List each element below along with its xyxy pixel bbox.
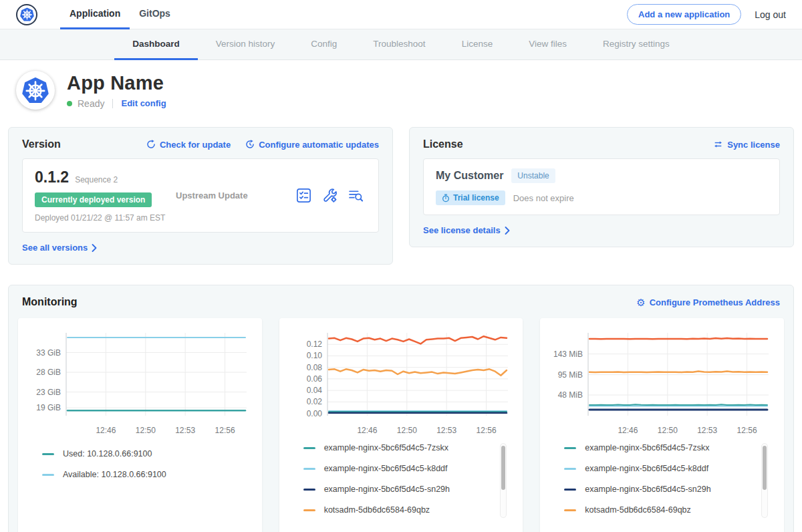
svg-text:12:46: 12:46	[618, 426, 638, 434]
gear-icon: ⚙	[636, 297, 645, 307]
legend-item: example-nginx-5bc6f5d4c5-sn29h	[564, 485, 777, 494]
svg-text:12:53: 12:53	[436, 426, 456, 434]
svg-text:48 MiB: 48 MiB	[558, 390, 583, 400]
see-all-versions-link[interactable]: See all versions	[22, 243, 97, 253]
app-title: App Name	[67, 72, 166, 94]
subnav-item-troubleshoot[interactable]: Troubleshoot	[355, 29, 443, 60]
legend-swatch-icon	[42, 453, 54, 455]
version-number: 0.1.2	[35, 168, 69, 186]
edit-config-link[interactable]: Edit config	[121, 98, 166, 108]
svg-text:0.12: 0.12	[306, 340, 322, 349]
chart-card-memory-usage: 143 MiB95 MiB48 MiB12:4612:5012:5312:56e…	[540, 318, 784, 532]
legend-item: example-nginx-5bc6f5d4c5-7zskx	[303, 443, 517, 452]
svg-text:0.08: 0.08	[306, 363, 322, 372]
legend-label: Used: 10.128.0.66:9100	[63, 449, 152, 458]
chart-card-cpu-usage: 0.120.100.080.060.040.020.0012:4612:5012…	[279, 318, 523, 532]
svg-text:12:56: 12:56	[476, 426, 496, 434]
chart-card-disk-usage: 33 GiB28 GiB23 GiB19 GiB12:4612:5012:531…	[18, 318, 262, 532]
channel-badge: Unstable	[511, 168, 555, 183]
config-wrench-icon[interactable]	[322, 188, 338, 203]
svg-text:23 GiB: 23 GiB	[36, 388, 61, 397]
svg-text:0.10: 0.10	[306, 351, 322, 360]
svg-text:0.06: 0.06	[306, 374, 322, 384]
version-panel-title: Version	[22, 138, 61, 150]
customer-name: My Customer	[436, 170, 503, 182]
legend-item: example-nginx-5bc6f5d4c5-sn29h	[303, 485, 517, 494]
svg-text:12:50: 12:50	[136, 426, 156, 435]
subnav-item-dashboard[interactable]: Dashboard	[114, 29, 198, 60]
topnav-tabs: ApplicationGitOps	[60, 0, 180, 29]
sync-license-link[interactable]: Sync license	[713, 140, 780, 150]
stopwatch-icon	[442, 194, 450, 203]
check-for-update-link[interactable]: Check for update	[146, 140, 231, 150]
subnav-item-view-files[interactable]: View files	[511, 29, 585, 60]
svg-text:0.02: 0.02	[306, 397, 322, 406]
chart-legend: Used: 10.128.0.66:9100Available: 10.128.…	[42, 449, 255, 526]
divider	[112, 99, 113, 108]
configure-automatic-updates-link[interactable]: Configure automatic updates	[245, 140, 379, 150]
legend-label: example-nginx-5bc6f5d4c5-sn29h	[324, 485, 450, 494]
diff-logs-icon[interactable]	[348, 188, 364, 203]
license-summary-card: My Customer Unstable Trial license Does …	[423, 158, 780, 215]
legend-scrollbar-thumb[interactable]	[501, 446, 505, 490]
release-notes-icon[interactable]	[296, 188, 311, 203]
legend-item: example-nginx-5bc6f5d4c5-k8ddf	[303, 464, 517, 473]
monitoring-title: Monitoring	[22, 296, 78, 308]
legend-item: Available: 10.128.0.66:9100	[42, 470, 255, 479]
svg-text:12:46: 12:46	[96, 426, 116, 435]
legend-swatch-icon	[564, 447, 576, 449]
clock-refresh-icon	[245, 140, 255, 149]
subnav-item-license[interactable]: License	[444, 29, 511, 60]
legend-swatch-icon	[564, 489, 576, 491]
svg-text:12:56: 12:56	[215, 426, 235, 435]
configure-prometheus-link[interactable]: ⚙ Configure Prometheus Address	[636, 297, 780, 307]
chart-title: CPU Usage	[286, 526, 517, 532]
svg-text:12:53: 12:53	[175, 426, 195, 435]
add-application-button[interactable]: Add a new application	[627, 4, 741, 25]
svg-text:0.04: 0.04	[306, 386, 322, 395]
svg-text:0.00: 0.00	[306, 409, 322, 418]
svg-text:143 MiB: 143 MiB	[553, 350, 583, 359]
chart-plot-disk-usage: 33 GiB28 GiB23 GiB19 GiB12:4612:5012:531…	[25, 326, 253, 440]
svg-text:12:50: 12:50	[396, 426, 416, 434]
svg-text:12:46: 12:46	[357, 426, 377, 434]
chart-plot-cpu-usage: 0.120.100.080.060.040.020.0012:4612:5012…	[286, 326, 515, 434]
legend-scrollbar[interactable]	[500, 443, 507, 518]
svg-text:12:53: 12:53	[698, 426, 718, 434]
see-license-details-link[interactable]: See license details	[423, 225, 510, 235]
version-source: Upstream Update	[172, 190, 296, 201]
chart-title: Memory Usage	[547, 526, 777, 532]
chart-legend: example-nginx-5bc6f5d4c5-7zskxexample-ng…	[564, 443, 777, 526]
legend-swatch-icon	[564, 509, 576, 511]
svg-text:95 MiB: 95 MiB	[558, 370, 583, 380]
legend-item: example-nginx-5bc6f5d4c5-k8ddf	[564, 464, 777, 473]
logout-button[interactable]: Log out	[755, 9, 786, 20]
subnav-item-version-history[interactable]: Version history	[198, 29, 293, 60]
legend-swatch-icon	[42, 474, 54, 476]
monitoring-panel: Monitoring ⚙ Configure Prometheus Addres…	[8, 285, 794, 532]
refresh-icon	[146, 140, 156, 149]
legend-label: example-nginx-5bc6f5d4c5-7zskx	[324, 443, 448, 452]
app-sub-nav: DashboardVersion historyConfigTroublesho…	[0, 29, 802, 60]
legend-label: example-nginx-5bc6f5d4c5-k8ddf	[585, 464, 708, 473]
topnav-tab-gitops[interactable]: GitOps	[130, 0, 180, 29]
topnav-tab-application[interactable]: Application	[60, 0, 130, 29]
deployed-timestamp: Deployed 01/21/22 @ 11:57 am EST	[35, 213, 172, 223]
legend-label: example-nginx-5bc6f5d4c5-7zskx	[585, 443, 709, 452]
svg-text:33 GiB: 33 GiB	[36, 348, 61, 358]
sync-arrows-icon	[713, 140, 723, 149]
legend-item: kotsadm-5db6dc6584-69qbz	[303, 505, 517, 515]
kubernetes-logo-icon	[16, 4, 37, 25]
legend-scrollbar[interactable]	[761, 443, 768, 518]
legend-swatch-icon	[303, 489, 315, 491]
chart-plot-memory-usage: 143 MiB95 MiB48 MiB12:4612:5012:5312:56	[547, 326, 775, 434]
current-version-card: 0.1.2 Sequence 2 Currently deployed vers…	[22, 158, 379, 233]
legend-scrollbar-thumb[interactable]	[763, 446, 767, 490]
subnav-item-registry-settings[interactable]: Registry settings	[585, 29, 688, 60]
legend-label: Available: 10.128.0.66:9100	[63, 470, 166, 479]
trial-license-badge: Trial license	[436, 190, 505, 205]
legend-label: example-nginx-5bc6f5d4c5-k8ddf	[324, 464, 448, 473]
version-sequence: Sequence 2	[75, 175, 118, 184]
svg-text:19 GiB: 19 GiB	[36, 403, 61, 412]
subnav-item-config[interactable]: Config	[293, 29, 355, 60]
